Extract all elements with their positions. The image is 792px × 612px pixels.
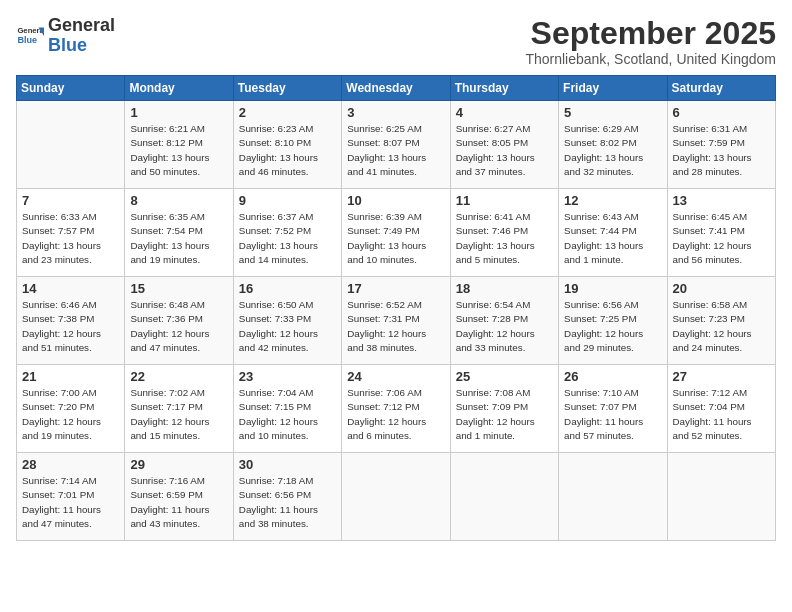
day-number: 8	[130, 193, 227, 208]
calendar-week-row: 7Sunrise: 6:33 AM Sunset: 7:57 PM Daylig…	[17, 189, 776, 277]
day-info: Sunrise: 7:08 AM Sunset: 7:09 PM Dayligh…	[456, 386, 553, 443]
calendar-cell	[17, 101, 125, 189]
calendar-cell: 9Sunrise: 6:37 AM Sunset: 7:52 PM Daylig…	[233, 189, 341, 277]
day-info: Sunrise: 7:10 AM Sunset: 7:07 PM Dayligh…	[564, 386, 661, 443]
calendar-cell: 22Sunrise: 7:02 AM Sunset: 7:17 PM Dayli…	[125, 365, 233, 453]
day-number: 26	[564, 369, 661, 384]
day-info: Sunrise: 6:41 AM Sunset: 7:46 PM Dayligh…	[456, 210, 553, 267]
calendar-table: SundayMondayTuesdayWednesdayThursdayFrid…	[16, 75, 776, 541]
page-header: General Blue General Blue September 2025…	[16, 16, 776, 67]
calendar-cell: 7Sunrise: 6:33 AM Sunset: 7:57 PM Daylig…	[17, 189, 125, 277]
calendar-cell	[450, 453, 558, 541]
day-info: Sunrise: 7:06 AM Sunset: 7:12 PM Dayligh…	[347, 386, 444, 443]
calendar-cell: 15Sunrise: 6:48 AM Sunset: 7:36 PM Dayli…	[125, 277, 233, 365]
calendar-cell: 23Sunrise: 7:04 AM Sunset: 7:15 PM Dayli…	[233, 365, 341, 453]
calendar-cell: 6Sunrise: 6:31 AM Sunset: 7:59 PM Daylig…	[667, 101, 775, 189]
day-number: 29	[130, 457, 227, 472]
svg-text:General: General	[17, 26, 44, 35]
day-info: Sunrise: 7:00 AM Sunset: 7:20 PM Dayligh…	[22, 386, 119, 443]
day-info: Sunrise: 6:21 AM Sunset: 8:12 PM Dayligh…	[130, 122, 227, 179]
column-header-friday: Friday	[559, 76, 667, 101]
day-number: 13	[673, 193, 770, 208]
day-info: Sunrise: 7:12 AM Sunset: 7:04 PM Dayligh…	[673, 386, 770, 443]
day-number: 23	[239, 369, 336, 384]
calendar-week-row: 1Sunrise: 6:21 AM Sunset: 8:12 PM Daylig…	[17, 101, 776, 189]
day-info: Sunrise: 6:35 AM Sunset: 7:54 PM Dayligh…	[130, 210, 227, 267]
calendar-cell: 20Sunrise: 6:58 AM Sunset: 7:23 PM Dayli…	[667, 277, 775, 365]
calendar-cell: 18Sunrise: 6:54 AM Sunset: 7:28 PM Dayli…	[450, 277, 558, 365]
calendar-cell: 26Sunrise: 7:10 AM Sunset: 7:07 PM Dayli…	[559, 365, 667, 453]
day-number: 18	[456, 281, 553, 296]
day-info: Sunrise: 7:18 AM Sunset: 6:56 PM Dayligh…	[239, 474, 336, 531]
day-info: Sunrise: 6:23 AM Sunset: 8:10 PM Dayligh…	[239, 122, 336, 179]
day-number: 4	[456, 105, 553, 120]
logo-blue-text: Blue	[48, 35, 87, 55]
calendar-cell: 17Sunrise: 6:52 AM Sunset: 7:31 PM Dayli…	[342, 277, 450, 365]
day-info: Sunrise: 6:56 AM Sunset: 7:25 PM Dayligh…	[564, 298, 661, 355]
day-number: 21	[22, 369, 119, 384]
column-header-thursday: Thursday	[450, 76, 558, 101]
day-info: Sunrise: 6:25 AM Sunset: 8:07 PM Dayligh…	[347, 122, 444, 179]
calendar-cell: 30Sunrise: 7:18 AM Sunset: 6:56 PM Dayli…	[233, 453, 341, 541]
day-number: 6	[673, 105, 770, 120]
day-info: Sunrise: 6:45 AM Sunset: 7:41 PM Dayligh…	[673, 210, 770, 267]
day-number: 17	[347, 281, 444, 296]
day-number: 28	[22, 457, 119, 472]
column-header-saturday: Saturday	[667, 76, 775, 101]
calendar-week-row: 21Sunrise: 7:00 AM Sunset: 7:20 PM Dayli…	[17, 365, 776, 453]
calendar-cell: 4Sunrise: 6:27 AM Sunset: 8:05 PM Daylig…	[450, 101, 558, 189]
calendar-header-row: SundayMondayTuesdayWednesdayThursdayFrid…	[17, 76, 776, 101]
day-info: Sunrise: 6:39 AM Sunset: 7:49 PM Dayligh…	[347, 210, 444, 267]
day-info: Sunrise: 6:43 AM Sunset: 7:44 PM Dayligh…	[564, 210, 661, 267]
logo-general-text: General	[48, 15, 115, 35]
day-number: 22	[130, 369, 227, 384]
day-info: Sunrise: 6:52 AM Sunset: 7:31 PM Dayligh…	[347, 298, 444, 355]
day-number: 3	[347, 105, 444, 120]
calendar-cell: 14Sunrise: 6:46 AM Sunset: 7:38 PM Dayli…	[17, 277, 125, 365]
column-header-sunday: Sunday	[17, 76, 125, 101]
calendar-cell: 24Sunrise: 7:06 AM Sunset: 7:12 PM Dayli…	[342, 365, 450, 453]
day-info: Sunrise: 7:14 AM Sunset: 7:01 PM Dayligh…	[22, 474, 119, 531]
day-info: Sunrise: 6:31 AM Sunset: 7:59 PM Dayligh…	[673, 122, 770, 179]
calendar-cell: 8Sunrise: 6:35 AM Sunset: 7:54 PM Daylig…	[125, 189, 233, 277]
month-title: September 2025	[525, 16, 776, 51]
calendar-cell: 3Sunrise: 6:25 AM Sunset: 8:07 PM Daylig…	[342, 101, 450, 189]
day-info: Sunrise: 6:33 AM Sunset: 7:57 PM Dayligh…	[22, 210, 119, 267]
calendar-cell: 19Sunrise: 6:56 AM Sunset: 7:25 PM Dayli…	[559, 277, 667, 365]
day-info: Sunrise: 6:58 AM Sunset: 7:23 PM Dayligh…	[673, 298, 770, 355]
calendar-cell: 1Sunrise: 6:21 AM Sunset: 8:12 PM Daylig…	[125, 101, 233, 189]
day-number: 15	[130, 281, 227, 296]
day-number: 11	[456, 193, 553, 208]
day-info: Sunrise: 7:04 AM Sunset: 7:15 PM Dayligh…	[239, 386, 336, 443]
calendar-cell: 28Sunrise: 7:14 AM Sunset: 7:01 PM Dayli…	[17, 453, 125, 541]
column-header-wednesday: Wednesday	[342, 76, 450, 101]
logo-icon: General Blue	[16, 22, 44, 50]
day-number: 25	[456, 369, 553, 384]
calendar-cell: 27Sunrise: 7:12 AM Sunset: 7:04 PM Dayli…	[667, 365, 775, 453]
calendar-week-row: 14Sunrise: 6:46 AM Sunset: 7:38 PM Dayli…	[17, 277, 776, 365]
day-info: Sunrise: 6:50 AM Sunset: 7:33 PM Dayligh…	[239, 298, 336, 355]
day-info: Sunrise: 6:37 AM Sunset: 7:52 PM Dayligh…	[239, 210, 336, 267]
logo: General Blue General Blue	[16, 16, 115, 56]
title-block: September 2025 Thornliebank, Scotland, U…	[525, 16, 776, 67]
day-info: Sunrise: 6:48 AM Sunset: 7:36 PM Dayligh…	[130, 298, 227, 355]
svg-text:Blue: Blue	[17, 35, 37, 45]
day-number: 2	[239, 105, 336, 120]
day-number: 30	[239, 457, 336, 472]
calendar-cell: 5Sunrise: 6:29 AM Sunset: 8:02 PM Daylig…	[559, 101, 667, 189]
calendar-cell: 12Sunrise: 6:43 AM Sunset: 7:44 PM Dayli…	[559, 189, 667, 277]
day-number: 12	[564, 193, 661, 208]
day-number: 27	[673, 369, 770, 384]
location-text: Thornliebank, Scotland, United Kingdom	[525, 51, 776, 67]
day-info: Sunrise: 6:27 AM Sunset: 8:05 PM Dayligh…	[456, 122, 553, 179]
calendar-cell	[667, 453, 775, 541]
day-number: 16	[239, 281, 336, 296]
day-info: Sunrise: 6:46 AM Sunset: 7:38 PM Dayligh…	[22, 298, 119, 355]
day-number: 5	[564, 105, 661, 120]
calendar-cell: 21Sunrise: 7:00 AM Sunset: 7:20 PM Dayli…	[17, 365, 125, 453]
calendar-cell: 16Sunrise: 6:50 AM Sunset: 7:33 PM Dayli…	[233, 277, 341, 365]
day-info: Sunrise: 7:02 AM Sunset: 7:17 PM Dayligh…	[130, 386, 227, 443]
day-info: Sunrise: 7:16 AM Sunset: 6:59 PM Dayligh…	[130, 474, 227, 531]
day-info: Sunrise: 6:54 AM Sunset: 7:28 PM Dayligh…	[456, 298, 553, 355]
day-number: 19	[564, 281, 661, 296]
